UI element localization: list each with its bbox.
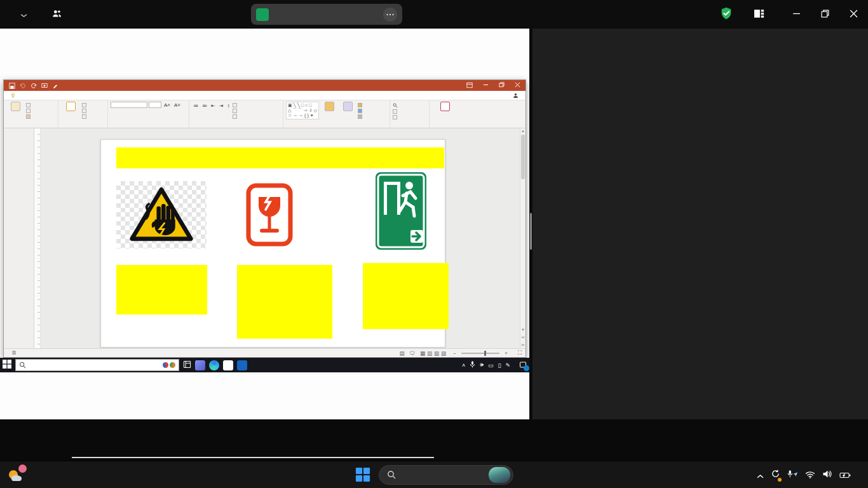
reset-button[interactable] bbox=[82, 109, 88, 113]
windows-search-input[interactable] bbox=[379, 465, 513, 485]
chevron-down-icon[interactable] bbox=[20, 9, 27, 20]
safety-textbox-3[interactable] bbox=[363, 263, 449, 329]
scrollbar-thumb[interactable] bbox=[521, 135, 525, 179]
store-icon[interactable] bbox=[223, 360, 233, 370]
view-buttons[interactable]: ▦▥▧▨ bbox=[420, 350, 448, 356]
zoom-slider[interactable] bbox=[461, 353, 499, 354]
safety-textbox-2[interactable] bbox=[237, 265, 332, 339]
align-text-button[interactable] bbox=[233, 109, 239, 113]
redo-icon[interactable] bbox=[31, 83, 37, 89]
minimize-button[interactable] bbox=[792, 9, 801, 20]
evacuation-sign-image[interactable] bbox=[375, 172, 427, 250]
edge-icon[interactable] bbox=[209, 360, 219, 370]
find-button[interactable] bbox=[393, 103, 400, 108]
windows-start-button[interactable] bbox=[351, 463, 375, 487]
quick-styles-button[interactable] bbox=[339, 102, 356, 112]
tab-options-ellipsis-icon[interactable] bbox=[383, 8, 397, 22]
start-button[interactable] bbox=[3, 360, 11, 371]
quick-access-toolbar[interactable] bbox=[9, 83, 58, 89]
view-button[interactable] bbox=[750, 10, 764, 20]
decrease-indent-button[interactable]: ⇤ bbox=[210, 103, 217, 109]
spellcheck-icon[interactable]: 🖺 bbox=[11, 350, 17, 356]
pen-mode-icon[interactable] bbox=[52, 83, 58, 89]
tray-mic-icon[interactable] bbox=[470, 361, 475, 369]
format-painter-button[interactable] bbox=[26, 114, 32, 119]
tray-volume-icon[interactable] bbox=[822, 470, 832, 481]
teams-classic-icon[interactable] bbox=[195, 360, 205, 370]
slideshow-icon[interactable] bbox=[41, 83, 48, 89]
shape-gallery[interactable]: ▣ ╲ ╲ □ ○ □△ ⌒ ⌒ ⇨ ⇩ ◇☆ ～ ～ { } ✦ bbox=[286, 102, 319, 119]
tray-pen-icon[interactable]: ✎ bbox=[505, 362, 510, 369]
undo-icon[interactable] bbox=[20, 83, 26, 89]
security-shield-icon[interactable] bbox=[719, 6, 733, 23]
previous-slide-button[interactable]: ≪ bbox=[520, 335, 526, 339]
new-slide-button[interactable] bbox=[61, 102, 80, 112]
numbering-button[interactable]: ≕ bbox=[201, 103, 208, 109]
select-button[interactable] bbox=[393, 115, 400, 119]
replace-button[interactable] bbox=[393, 109, 400, 114]
tray-sync-icon[interactable] bbox=[771, 469, 780, 481]
tab-meeting[interactable] bbox=[51, 8, 67, 21]
text-direction-button[interactable] bbox=[233, 103, 239, 107]
tray-battery-icon[interactable]: ▯ bbox=[498, 362, 501, 369]
tray-battery-icon[interactable] bbox=[839, 470, 851, 481]
create-pdf-button[interactable] bbox=[432, 102, 458, 112]
slide-thumbnail-panel[interactable] bbox=[4, 128, 34, 348]
arrange-button[interactable] bbox=[321, 102, 337, 112]
layout-button[interactable] bbox=[82, 103, 88, 107]
ppt-restore-button[interactable] bbox=[499, 82, 505, 89]
copy-button[interactable] bbox=[26, 109, 32, 113]
section-button[interactable] bbox=[82, 114, 88, 119]
next-slide-button[interactable]: ≫ bbox=[520, 342, 526, 347]
slide-editing-area[interactable]: ▲ ▼ ≪ ≫ bbox=[41, 128, 526, 348]
font-name-box[interactable] bbox=[111, 102, 147, 108]
shape-outline-button[interactable] bbox=[358, 109, 364, 113]
tray-volume-icon[interactable]: 🕪 bbox=[480, 362, 484, 369]
ppt-minimize-button[interactable] bbox=[483, 82, 489, 89]
slide-title-banner[interactable] bbox=[116, 147, 444, 168]
notification-center-icon[interactable] bbox=[519, 361, 527, 370]
tray-show-hidden-icon[interactable] bbox=[757, 470, 764, 481]
restore-button[interactable] bbox=[821, 9, 829, 20]
slide-scrollbar[interactable]: ▲ ▼ ≪ ≫ bbox=[520, 128, 526, 348]
align-right-button[interactable] bbox=[194, 111, 196, 117]
tab-shared-screen[interactable] bbox=[251, 4, 402, 25]
taskbar-search-input[interactable] bbox=[15, 359, 179, 371]
powerpoint-title-bar[interactable] bbox=[4, 80, 526, 91]
zoom-in-button[interactable]: + bbox=[505, 350, 508, 356]
divider-handle[interactable] bbox=[530, 213, 532, 250]
fit-slide-button[interactable]: ⛶ bbox=[518, 349, 522, 356]
electric-hazard-image[interactable] bbox=[116, 181, 207, 248]
shape-fill-button[interactable] bbox=[358, 103, 364, 107]
fragile-sign-image[interactable] bbox=[246, 182, 293, 247]
close-button[interactable] bbox=[850, 9, 858, 20]
comments-button[interactable]: 🗨 bbox=[409, 350, 415, 356]
cut-button[interactable] bbox=[26, 103, 32, 107]
line-spacing-button[interactable]: ↕ bbox=[226, 103, 231, 109]
zoom-out-button[interactable]: − bbox=[453, 350, 456, 356]
tray-mic-location-icon[interactable] bbox=[787, 470, 798, 481]
ppt-close-button[interactable] bbox=[515, 82, 520, 89]
shrink-font-button[interactable]: A˅ bbox=[173, 102, 182, 108]
tell-me-box[interactable] bbox=[4, 91, 18, 100]
notes-button[interactable]: ▤ bbox=[399, 350, 404, 356]
convert-smartart-button[interactable] bbox=[233, 114, 239, 119]
tray-display-icon[interactable]: ▭ bbox=[488, 362, 494, 369]
paste-button[interactable] bbox=[6, 102, 24, 112]
tray-chevron-up-icon[interactable]: ˄ bbox=[462, 362, 465, 369]
slide-canvas[interactable] bbox=[100, 139, 445, 348]
tray-wifi-icon[interactable] bbox=[805, 470, 815, 481]
bullets-button[interactable]: ≔ bbox=[192, 103, 200, 109]
weather-widget[interactable] bbox=[6, 461, 29, 488]
ribbon-display-options-icon[interactable] bbox=[466, 82, 473, 90]
share-button[interactable] bbox=[513, 93, 520, 98]
shape-effects-button[interactable] bbox=[358, 114, 364, 119]
save-icon[interactable] bbox=[9, 83, 15, 89]
gallery-resize-divider[interactable] bbox=[529, 29, 532, 419]
safety-textbox-1[interactable] bbox=[116, 265, 207, 315]
outlook-icon[interactable] bbox=[237, 360, 247, 370]
grow-font-button[interactable]: A˄ bbox=[163, 102, 172, 108]
task-view-icon[interactable] bbox=[183, 360, 191, 371]
font-size-box[interactable] bbox=[149, 102, 161, 108]
increase-indent-button[interactable]: ⇥ bbox=[218, 103, 225, 109]
